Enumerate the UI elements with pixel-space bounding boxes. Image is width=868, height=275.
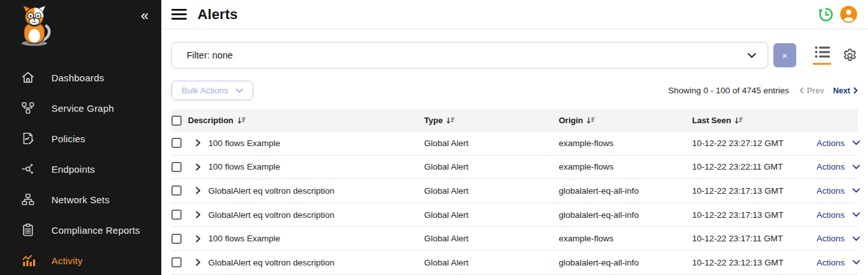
actions-label: Actions [817, 138, 845, 148]
expand-row-chevron-icon[interactable] [196, 211, 201, 218]
expand-row-chevron-icon[interactable] [196, 187, 201, 194]
top-bar: Alerts [161, 0, 868, 29]
sidebar-item-endpoints[interactable]: Endpoints [0, 154, 161, 184]
table-row: 100 flows Example Global Alert example-f… [171, 227, 858, 251]
prev-label: Prev [807, 86, 824, 95]
calico-cat-logo [0, 0, 161, 52]
row-checkbox[interactable] [171, 210, 182, 220]
sidebar-item-service-graph[interactable]: Service Graph [0, 93, 161, 123]
alerts-table: Description Type Origin Last Seen [171, 109, 858, 275]
filter-dropdown[interactable]: Filter: none [171, 42, 768, 69]
clear-filter-button[interactable]: × [773, 43, 796, 67]
column-header-origin[interactable]: Origin [559, 116, 692, 125]
sidebar-nav: Dashboards Service Graph [0, 62, 161, 275]
compliance-reports-icon [20, 222, 36, 238]
row-actions-button[interactable]: Actions [817, 234, 860, 243]
origin-cell: globalalert-eq-all-info [559, 210, 692, 220]
chevron-down-icon [852, 164, 860, 170]
table-row: GlobalAlert eq voltron description Globa… [171, 203, 858, 227]
origin-cell: example-flows [559, 138, 692, 148]
sidebar-item-policies[interactable]: Policies [0, 123, 161, 154]
sort-icon [587, 117, 595, 124]
gear-icon [842, 48, 858, 64]
pager: Prev Next [799, 86, 858, 95]
last-seen-cell: 10-12-22 23:12:13 GMT [692, 258, 817, 267]
actions-label: Actions [817, 186, 845, 196]
menu-hamburger-icon[interactable] [171, 9, 187, 20]
type-cell: Global Alert [424, 258, 559, 267]
list-view-toggle[interactable] [813, 46, 831, 65]
description-cell: 100 flows Example [208, 138, 280, 148]
row-actions-button[interactable]: Actions [817, 162, 860, 171]
sidebar-item-label: Endpoints [51, 164, 95, 175]
description-cell: GlobalAlert eq voltron description [208, 186, 335, 196]
chevron-right-icon [853, 87, 858, 94]
prev-page-link[interactable]: Prev [799, 86, 824, 95]
description-cell: 100 flows Example [208, 162, 280, 171]
last-seen-cell: 10-12-22 23:22:11 GMT [692, 162, 817, 171]
actions-label: Actions [817, 258, 845, 267]
actions-label: Actions [817, 162, 845, 171]
expand-row-chevron-icon[interactable] [196, 139, 201, 147]
user-avatar-icon [839, 5, 858, 23]
row-checkbox[interactable] [171, 162, 182, 172]
origin-cell: globalalert-eq-all-info [559, 258, 692, 267]
row-checkbox[interactable] [171, 185, 182, 196]
type-cell: Global Alert [424, 138, 559, 148]
expand-row-chevron-icon[interactable] [196, 258, 201, 266]
sidebar-item-network-sets[interactable]: Network Sets [0, 184, 161, 215]
column-header-last-seen[interactable]: Last Seen [692, 116, 817, 125]
sidebar-item-label: Compliance Reports [51, 225, 140, 236]
sidebar-collapse-button[interactable]: « [141, 9, 149, 23]
sidebar-item-activity[interactable]: Activity [0, 245, 161, 275]
chevron-down-icon [852, 260, 860, 265]
last-seen-cell: 10-12-22 23:17:13 GMT [692, 186, 817, 196]
chevron-down-icon [852, 236, 860, 241]
sidebar-item-dashboards[interactable]: Dashboards [0, 62, 161, 93]
row-checkbox[interactable] [171, 138, 182, 148]
column-header-type[interactable]: Type [424, 116, 559, 125]
service-graph-icon [20, 100, 36, 116]
row-checkbox[interactable] [171, 257, 182, 267]
sidebar-item-label: Dashboards [51, 72, 104, 83]
settings-button[interactable] [842, 48, 858, 64]
next-page-link[interactable]: Next [833, 86, 858, 95]
activity-icon [20, 253, 36, 268]
sidebar-item-label: Service Graph [51, 103, 114, 114]
user-avatar-button[interactable] [839, 5, 858, 23]
chevron-down-icon [852, 212, 860, 217]
table-row: 100 flows Example Global Alert example-f… [171, 131, 858, 156]
expand-row-chevron-icon[interactable] [196, 163, 201, 171]
table-row: GlobalAlert eq voltron description Globa… [171, 179, 858, 203]
network-sets-icon [20, 192, 36, 207]
sidebar-item-label: Network Sets [51, 194, 110, 205]
chevron-down-icon [747, 50, 756, 60]
expand-row-chevron-icon[interactable] [196, 235, 201, 243]
actions-label: Actions [817, 234, 845, 243]
table-row: 100 flows Example Global Alert example-f… [171, 156, 858, 180]
row-actions-button[interactable]: Actions [817, 258, 860, 267]
active-view-underline [813, 63, 831, 65]
sort-icon [237, 117, 246, 124]
chevron-down-icon [852, 188, 860, 193]
sidebar-item-compliance-reports[interactable]: Compliance Reports [0, 215, 161, 245]
content-area: Filter: none × [161, 29, 868, 275]
home-icon [20, 70, 36, 85]
description-cell: GlobalAlert eq voltron description [208, 258, 335, 267]
row-actions-button[interactable]: Actions [817, 186, 860, 196]
actions-label: Actions [817, 210, 845, 220]
row-actions-button[interactable]: Actions [817, 210, 860, 220]
column-header-description[interactable]: Description [188, 116, 424, 125]
type-cell: Global Alert [424, 186, 559, 196]
type-cell: Global Alert [424, 234, 559, 243]
sidebar-item-label: Activity [51, 255, 83, 266]
row-actions-button[interactable]: Actions [817, 138, 860, 148]
select-all-checkbox[interactable] [171, 116, 182, 126]
description-cell: 100 flows Example [208, 234, 280, 243]
bulk-actions-button[interactable]: Bulk Actions [171, 81, 253, 100]
last-seen-cell: 10-12-22 23:17:11 GMT [692, 234, 817, 243]
sidebar-item-label: Policies [51, 133, 85, 144]
row-checkbox[interactable] [171, 234, 182, 244]
page-title: Alerts [197, 6, 238, 23]
history-button[interactable] [817, 6, 835, 23]
